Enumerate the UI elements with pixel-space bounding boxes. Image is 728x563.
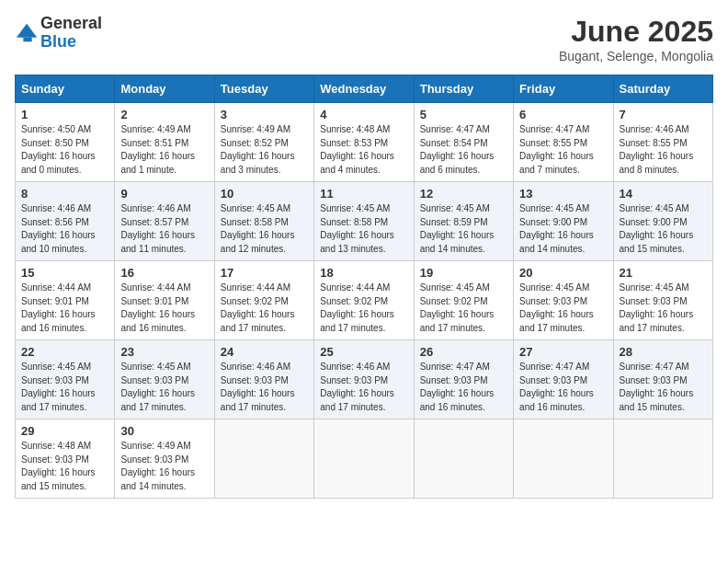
- day-info: Sunrise: 4:46 AM Sunset: 8:56 PM Dayligh…: [21, 202, 108, 256]
- day-info: Sunrise: 4:45 AM Sunset: 8:58 PM Dayligh…: [320, 202, 407, 256]
- table-row: 13 Sunrise: 4:45 AM Sunset: 9:00 PM Dayl…: [514, 182, 613, 261]
- day-number: 1: [21, 108, 108, 121]
- table-row: 14 Sunrise: 4:45 AM Sunset: 9:00 PM Dayl…: [613, 182, 712, 261]
- logo-blue: Blue: [40, 32, 76, 51]
- table-row: 30 Sunrise: 4:49 AM Sunset: 9:03 PM Dayl…: [115, 419, 214, 499]
- day-info: Sunrise: 4:47 AM Sunset: 9:03 PM Dayligh…: [620, 361, 707, 414]
- day-info: Sunrise: 4:46 AM Sunset: 8:57 PM Dayligh…: [120, 202, 208, 256]
- table-row: [214, 419, 313, 499]
- calendar-title: June 2025: [559, 15, 713, 49]
- day-info: Sunrise: 4:49 AM Sunset: 8:51 PM Dayligh…: [120, 123, 208, 177]
- day-number: 8: [21, 187, 108, 201]
- day-number: 11: [320, 187, 407, 201]
- calendar-week-row: 22 Sunrise: 4:45 AM Sunset: 9:03 PM Dayl…: [16, 340, 713, 419]
- day-number: 18: [320, 266, 407, 280]
- day-number: 30: [120, 424, 208, 438]
- table-row: 16 Sunrise: 4:44 AM Sunset: 9:01 PM Dayl…: [115, 261, 214, 340]
- day-info: Sunrise: 4:45 AM Sunset: 9:03 PM Dayligh…: [120, 361, 208, 414]
- day-number: 14: [620, 187, 707, 201]
- header-monday: Monday: [115, 75, 214, 103]
- table-row: 29 Sunrise: 4:48 AM Sunset: 9:03 PM Dayl…: [16, 419, 115, 499]
- day-number: 12: [420, 187, 507, 201]
- day-info: Sunrise: 4:50 AM Sunset: 8:50 PM Dayligh…: [21, 123, 108, 177]
- day-info: Sunrise: 4:45 AM Sunset: 8:58 PM Dayligh…: [221, 202, 308, 256]
- table-row: 15 Sunrise: 4:44 AM Sunset: 9:01 PM Dayl…: [16, 261, 115, 340]
- table-row: 6 Sunrise: 4:47 AM Sunset: 8:55 PM Dayli…: [514, 103, 613, 182]
- day-info: Sunrise: 4:46 AM Sunset: 8:55 PM Dayligh…: [620, 123, 707, 177]
- day-info: Sunrise: 4:45 AM Sunset: 9:02 PM Dayligh…: [420, 282, 507, 335]
- day-info: Sunrise: 4:47 AM Sunset: 8:54 PM Dayligh…: [420, 123, 507, 177]
- table-row: 11 Sunrise: 4:45 AM Sunset: 8:58 PM Dayl…: [314, 182, 414, 261]
- table-row: 4 Sunrise: 4:48 AM Sunset: 8:53 PM Dayli…: [314, 103, 414, 182]
- day-number: 27: [519, 345, 607, 359]
- header-saturday: Saturday: [613, 75, 712, 103]
- day-number: 17: [221, 266, 308, 280]
- day-number: 7: [620, 108, 707, 121]
- header: General Blue June 2025 Bugant, Selenge, …: [15, 15, 713, 63]
- table-row: 18 Sunrise: 4:44 AM Sunset: 9:02 PM Dayl…: [314, 261, 414, 340]
- logo-icon: [15, 20, 40, 46]
- day-number: 21: [620, 266, 707, 280]
- table-row: [613, 419, 712, 499]
- day-info: Sunrise: 4:45 AM Sunset: 9:03 PM Dayligh…: [620, 282, 707, 335]
- header-friday: Friday: [514, 75, 613, 103]
- day-info: Sunrise: 4:49 AM Sunset: 9:03 PM Dayligh…: [120, 440, 208, 493]
- table-row: 7 Sunrise: 4:46 AM Sunset: 8:55 PM Dayli…: [613, 103, 712, 182]
- day-info: Sunrise: 4:44 AM Sunset: 9:01 PM Dayligh…: [120, 282, 208, 335]
- day-info: Sunrise: 4:47 AM Sunset: 9:03 PM Dayligh…: [420, 361, 507, 414]
- day-number: 2: [120, 108, 208, 121]
- header-wednesday: Wednesday: [314, 75, 414, 103]
- table-row: 1 Sunrise: 4:50 AM Sunset: 8:50 PM Dayli…: [16, 103, 115, 182]
- day-info: Sunrise: 4:48 AM Sunset: 8:53 PM Dayligh…: [320, 123, 407, 177]
- day-number: 23: [120, 345, 208, 359]
- day-number: 16: [120, 266, 208, 280]
- day-number: 20: [519, 266, 607, 280]
- day-info: Sunrise: 4:47 AM Sunset: 8:55 PM Dayligh…: [519, 123, 607, 177]
- logo-general: General: [40, 14, 102, 32]
- table-row: 12 Sunrise: 4:45 AM Sunset: 8:59 PM Dayl…: [414, 182, 513, 261]
- day-info: Sunrise: 4:45 AM Sunset: 9:00 PM Dayligh…: [519, 202, 607, 256]
- header-tuesday: Tuesday: [214, 75, 313, 103]
- table-row: 10 Sunrise: 4:45 AM Sunset: 8:58 PM Dayl…: [214, 182, 313, 261]
- table-row: 5 Sunrise: 4:47 AM Sunset: 8:54 PM Dayli…: [414, 103, 513, 182]
- calendar-table: Sunday Monday Tuesday Wednesday Thursday…: [15, 75, 713, 499]
- day-info: Sunrise: 4:45 AM Sunset: 9:03 PM Dayligh…: [21, 361, 108, 414]
- day-info: Sunrise: 4:45 AM Sunset: 9:00 PM Dayligh…: [620, 202, 707, 256]
- table-row: 23 Sunrise: 4:45 AM Sunset: 9:03 PM Dayl…: [115, 340, 214, 419]
- day-info: Sunrise: 4:46 AM Sunset: 9:03 PM Dayligh…: [320, 361, 407, 414]
- table-row: 20 Sunrise: 4:45 AM Sunset: 9:03 PM Dayl…: [514, 261, 613, 340]
- table-row: 8 Sunrise: 4:46 AM Sunset: 8:56 PM Dayli…: [16, 182, 115, 261]
- day-info: Sunrise: 4:46 AM Sunset: 9:03 PM Dayligh…: [221, 361, 308, 414]
- table-row: 3 Sunrise: 4:49 AM Sunset: 8:52 PM Dayli…: [214, 103, 313, 182]
- title-area: June 2025 Bugant, Selenge, Mongolia: [559, 15, 713, 63]
- table-row: 21 Sunrise: 4:45 AM Sunset: 9:03 PM Dayl…: [613, 261, 712, 340]
- day-info: Sunrise: 4:44 AM Sunset: 9:02 PM Dayligh…: [320, 282, 407, 335]
- day-number: 22: [21, 345, 108, 359]
- day-number: 10: [221, 187, 308, 201]
- day-number: 29: [21, 424, 108, 438]
- table-row: 19 Sunrise: 4:45 AM Sunset: 9:02 PM Dayl…: [414, 261, 513, 340]
- day-number: 4: [320, 108, 407, 121]
- table-row: 27 Sunrise: 4:47 AM Sunset: 9:03 PM Dayl…: [514, 340, 613, 419]
- calendar-week-row: 15 Sunrise: 4:44 AM Sunset: 9:01 PM Dayl…: [16, 261, 713, 340]
- day-number: 24: [221, 345, 308, 359]
- table-row: 24 Sunrise: 4:46 AM Sunset: 9:03 PM Dayl…: [214, 340, 313, 419]
- calendar-week-row: 8 Sunrise: 4:46 AM Sunset: 8:56 PM Dayli…: [16, 182, 713, 261]
- table-row: 2 Sunrise: 4:49 AM Sunset: 8:51 PM Dayli…: [115, 103, 214, 182]
- table-row: 17 Sunrise: 4:44 AM Sunset: 9:02 PM Dayl…: [214, 261, 313, 340]
- calendar-subtitle: Bugant, Selenge, Mongolia: [559, 49, 713, 63]
- table-row: [414, 419, 513, 499]
- table-row: [514, 419, 613, 499]
- day-number: 6: [519, 108, 607, 121]
- calendar-week-row: 1 Sunrise: 4:50 AM Sunset: 8:50 PM Dayli…: [16, 103, 713, 182]
- table-row: 28 Sunrise: 4:47 AM Sunset: 9:03 PM Dayl…: [613, 340, 712, 419]
- header-sunday: Sunday: [16, 75, 115, 103]
- day-number: 13: [519, 187, 607, 201]
- day-number: 3: [221, 108, 308, 121]
- day-info: Sunrise: 4:45 AM Sunset: 9:03 PM Dayligh…: [519, 282, 607, 335]
- day-info: Sunrise: 4:45 AM Sunset: 8:59 PM Dayligh…: [420, 202, 507, 256]
- day-number: 15: [21, 266, 108, 280]
- day-number: 19: [420, 266, 507, 280]
- calendar-header-row: Sunday Monday Tuesday Wednesday Thursday…: [16, 75, 713, 103]
- day-info: Sunrise: 4:48 AM Sunset: 9:03 PM Dayligh…: [21, 440, 108, 493]
